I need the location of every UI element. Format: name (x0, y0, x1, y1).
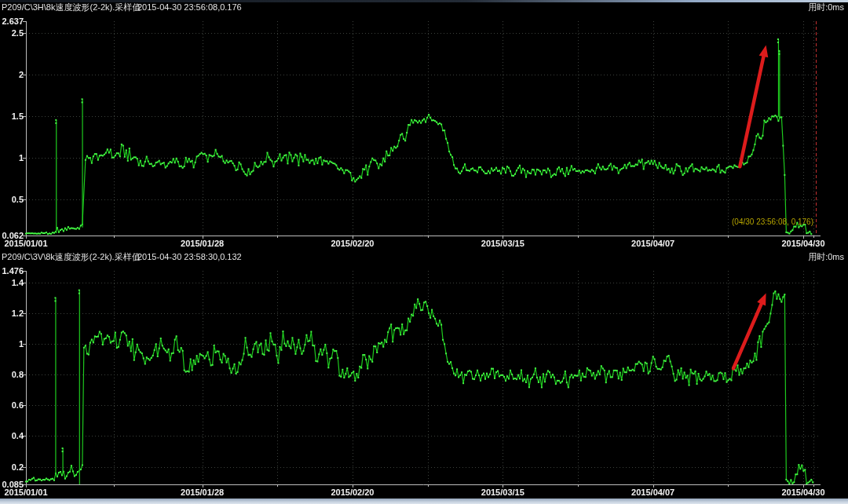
cursor-annotation: (04/30 23:56:08, 0.176) (719, 217, 813, 226)
y-tick-label: 0.8 (0, 370, 24, 379)
chart2-header-bar: P209/C\3V\8k速度波形(2-2k).采样值 2015-04-30 23… (0, 251, 848, 263)
y-tick-label: 2.637 (0, 16, 24, 26)
chart1-elapsed-time: 用时:0ms (808, 2, 844, 13)
y-tick-label: 1 (0, 339, 24, 349)
x-tick-label: 2015/01/01 (0, 239, 54, 248)
trend-monitor-screen: P209/C\3H\8k速度波形(2-2k).采样值 2015-04-30 23… (0, 0, 848, 504)
x-tick-label: 2015/04/07 (625, 239, 682, 248)
x-tick-label: 2015/03/15 (474, 239, 531, 248)
x-tick-label: 2015/04/07 (625, 488, 682, 497)
y-tick-label: 0.6 (0, 400, 24, 410)
chart2-cursor-readout: 2015-04-30 23:58:30,0.132 (137, 251, 242, 263)
x-tick-label: 2015/01/28 (174, 488, 231, 497)
y-tick-label: 1 (0, 153, 24, 163)
x-tick-label: 2015/01/01 (0, 488, 54, 497)
x-tick-label: 2015/01/28 (174, 239, 231, 248)
x-tick-label: 2015/03/15 (474, 488, 531, 497)
chart1-title: P209/C\3H\8k速度波形(2-2k).采样值 (2, 2, 141, 13)
x-tick-label: 2015/04/30 (775, 488, 832, 497)
x-tick-label: 2015/02/20 (324, 239, 381, 248)
chart2-elapsed-time: 用时:0ms (808, 251, 844, 263)
y-tick-label: 1.5 (0, 111, 24, 121)
chart1-cursor-readout: 2015-04-30 23:56:08,0.176 (137, 2, 242, 13)
y-tick-label: 0.5 (0, 195, 24, 204)
x-tick-label: 2015/02/20 (324, 488, 381, 497)
chart1-header-bar: P209/C\3H\8k速度波形(2-2k).采样值 2015-04-30 23… (0, 2, 848, 13)
chart2-title: P209/C\3V\8k速度波形(2-2k).采样值 (2, 251, 141, 263)
y-tick-label: 0.2 (0, 462, 24, 472)
window-bottom-edge (0, 499, 848, 504)
y-tick-label: 1.4 (0, 278, 24, 287)
x-tick-label: 2015/04/30 (775, 239, 832, 248)
y-tick-label: 1.476 (0, 266, 24, 276)
y-tick-label: 1.2 (0, 309, 24, 318)
y-tick-label: 2 (0, 70, 24, 79)
y-tick-label: 2.5 (0, 28, 24, 38)
y-tick-label: 0.4 (0, 431, 24, 440)
